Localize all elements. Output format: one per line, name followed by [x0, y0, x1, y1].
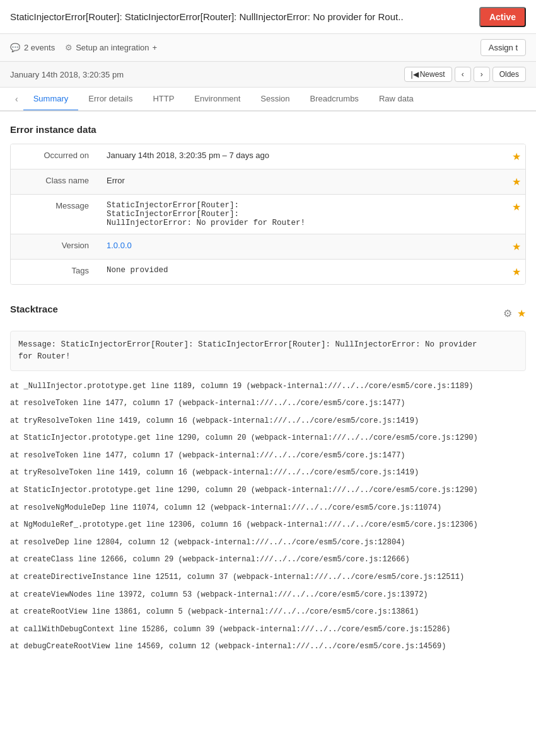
star-message[interactable]: ★: [508, 195, 525, 219]
subheader-left: 💬 2 events ⚙ Setup an integration +: [10, 43, 157, 52]
stack-line: at _NullInjector.prototype.get line 1189…: [10, 380, 526, 394]
page-title: StaticInjectorError[Router]: StaticInjec…: [10, 11, 452, 22]
message-value: StaticInjectorError[Router]:StaticInject…: [99, 195, 508, 234]
tab-session[interactable]: Session: [250, 88, 300, 112]
class-name-label: Class name: [11, 169, 99, 192]
oldest-button[interactable]: Oldes: [492, 67, 526, 82]
assign-button[interactable]: Assign t: [481, 39, 526, 56]
tab-summary[interactable]: Summary: [23, 88, 79, 112]
tab-raw-data[interactable]: Raw data: [369, 88, 424, 112]
stack-line: at debugCreateRootView line 14569, colum…: [10, 640, 526, 654]
table-row: Message StaticInjectorError[Router]:Stat…: [11, 195, 525, 234]
stack-line: at tryResolveToken line 1419, column 16 …: [10, 415, 526, 428]
stack-line: at tryResolveToken line 1419, column 16 …: [10, 466, 526, 480]
version-label: Version: [11, 234, 99, 256]
skip-start-icon: |◀: [411, 70, 419, 79]
prev-button[interactable]: ‹: [455, 67, 471, 82]
stacktrace-controls: ⚙ ★: [503, 307, 526, 319]
subheader: 💬 2 events ⚙ Setup an integration + Assi…: [0, 34, 536, 62]
events-count: 💬 2 events: [10, 43, 55, 52]
class-name-value: Error: [99, 169, 508, 192]
stack-line: at createDirectiveInstance line 12511, c…: [10, 571, 526, 585]
stack-line: at resolveToken line 1477, column 17 (we…: [10, 449, 526, 463]
tab-scroll-left[interactable]: ‹: [10, 88, 23, 110]
table-row: Version 1.0.0.0 ★: [11, 234, 525, 260]
stack-line: at createRootView line 13861, column 5 (…: [10, 605, 526, 619]
stack-line: at createClass line 12666, column 29 (we…: [10, 553, 526, 567]
tags-label: Tags: [11, 260, 99, 282]
stack-line: at createViewNodes line 13972, column 53…: [10, 588, 526, 602]
stacktrace-title: Stacktrace: [10, 304, 58, 314]
star-tags[interactable]: ★: [508, 260, 525, 284]
occurred-on-label: Occurred on: [11, 144, 99, 166]
stacktrace-settings-icon[interactable]: ⚙: [503, 307, 512, 319]
tab-http[interactable]: HTTP: [143, 88, 184, 112]
table-row: Occurred on January 14th 2018, 3:20:35 p…: [11, 144, 525, 169]
tags-value: None provided: [99, 260, 508, 281]
table-row: Tags None provided ★: [11, 260, 525, 284]
stack-lines: at _NullInjector.prototype.get line 1189…: [10, 380, 526, 655]
stack-line: at StaticInjector.prototype.get line 129…: [10, 484, 526, 498]
nav-controls: |◀ Newest ‹ › Oldes: [404, 67, 527, 82]
next-button[interactable]: ›: [474, 67, 490, 82]
tab-breadcrumbs[interactable]: Breadcrumbs: [300, 88, 369, 112]
page-header: StaticInjectorError[Router]: StaticInjec…: [0, 0, 536, 34]
nav-bar: January 14th 2018, 3:20:35 pm |◀ Newest …: [0, 62, 536, 88]
stack-line: at NgModuleRef_.prototype.get line 12306…: [10, 518, 526, 532]
stack-line: at resolveNgModuleDep line 11074, column…: [10, 501, 526, 515]
stack-line: at callWithDebugContext line 15286, colu…: [10, 623, 526, 637]
date-label: January 14th 2018, 3:20:35 pm: [10, 70, 124, 79]
stacktrace-message: Message: StaticInjectorError[Router]: St…: [10, 331, 526, 371]
main-content: Error instance data Occurred on January …: [0, 112, 536, 670]
error-instance-title: Error instance data: [10, 124, 526, 135]
error-instance-table: Occurred on January 14th 2018, 3:20:35 p…: [10, 144, 526, 285]
version-value[interactable]: 1.0.0.0: [99, 234, 508, 256]
tabs: ‹ Summary Error details HTTP Environment…: [0, 88, 536, 112]
integration-gear-icon: ⚙: [65, 43, 73, 52]
active-badge[interactable]: Active: [479, 7, 526, 27]
newest-button[interactable]: |◀ Newest: [404, 67, 452, 82]
tab-environment[interactable]: Environment: [184, 88, 250, 112]
stack-line: at StaticInjector.prototype.get line 129…: [10, 432, 526, 445]
stack-line: at resolveDep line 12804, column 12 (web…: [10, 536, 526, 550]
setup-integration[interactable]: ⚙ Setup an integration +: [65, 43, 157, 52]
table-row: Class name Error ★: [11, 169, 525, 195]
message-label: Message: [11, 195, 99, 217]
events-count-label: 2 events: [24, 43, 55, 52]
star-version[interactable]: ★: [508, 234, 525, 259]
setup-integration-label: Setup an integration: [76, 43, 149, 52]
star-occurred-on[interactable]: ★: [508, 144, 525, 169]
stacktrace-star[interactable]: ★: [517, 307, 526, 319]
comment-icon: 💬: [10, 43, 20, 52]
stack-line: at resolveToken line 1477, column 17 (we…: [10, 397, 526, 411]
tab-error-details[interactable]: Error details: [78, 88, 143, 112]
stacktrace-header: Stacktrace ⚙ ★: [10, 304, 526, 323]
occurred-on-value: January 14th 2018, 3:20:35 pm – 7 days a…: [99, 144, 508, 166]
plus-icon: +: [153, 43, 158, 52]
star-class-name[interactable]: ★: [508, 169, 525, 194]
